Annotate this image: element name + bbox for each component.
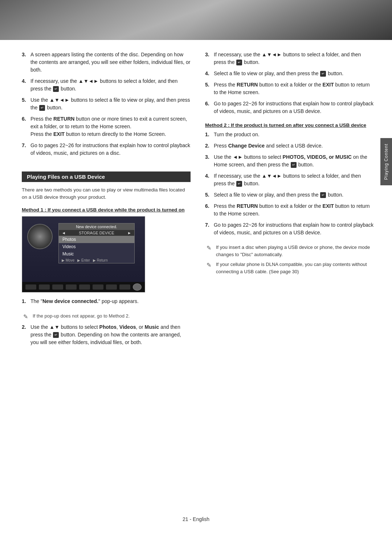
list-item: 2. Use the ▲▼ buttons to select Photos, … — [22, 323, 191, 346]
list-item: 3. If necessary, use the ▲▼◄► buttons to… — [205, 51, 374, 66]
popup-item-music: Music — [59, 250, 134, 258]
footer-lang: English — [193, 516, 209, 522]
list-item: 4. If necessary, use the ▲▼◄► buttons to… — [205, 172, 374, 187]
method2-heading: Method 2 : If the product is turned on a… — [205, 122, 374, 128]
screenshot-popup: New device connected. ◄ STORAGE DEVICE ►… — [58, 223, 135, 263]
note-dlna: ✎ If your cellular phone is DLNA compati… — [205, 261, 374, 275]
list-item: 6. Press the RETURN button one or more t… — [22, 115, 191, 138]
popup-storage: ◄ STORAGE DEVICE ► — [59, 230, 134, 236]
list-item: 5. Press the RETURN button to exit a fol… — [205, 81, 374, 96]
list-item: 3. A screen appears listing the contents… — [22, 51, 191, 74]
popup-title: New device connected. — [59, 223, 134, 230]
method1-list: 1. The "New device connected." pop-up ap… — [22, 298, 191, 305]
section-heading-usb: Playing Files on a USB Device — [22, 171, 191, 182]
list-item: 6. Go to pages 22~26 for instructions th… — [205, 100, 374, 115]
popup-item-photos: Photos — [59, 236, 134, 243]
list-item: 6. Press the RETURN button to exit a fol… — [205, 202, 374, 218]
note-popup: ✎ If the pop-up does not appear, go to M… — [22, 312, 191, 321]
right-column: 3. If necessary, use the ▲▼◄► buttons to… — [205, 51, 374, 354]
list-item: 1. The "New device connected." pop-up ap… — [22, 298, 191, 305]
popup-nav: ▶ Move ▶ Enter ▶ Return — [59, 258, 134, 263]
left-column: 3. A screen appears listing the contents… — [22, 51, 191, 354]
list-item: 3. Use the ◄► buttons to select PHOTOS, … — [205, 153, 374, 169]
list-item: 7. Go to pages 22~26 for instructions th… — [22, 142, 191, 157]
list-item: 5. Select a file to view or play, and th… — [205, 191, 374, 199]
list-item: 7. Go to pages 22~26 for instructions th… — [205, 221, 374, 237]
screenshot-bottom-bar — [22, 282, 145, 292]
list-item: 1. Turn the product on. — [205, 131, 374, 138]
list-item: 4. If necessary, use the ▲▼◄► buttons to… — [22, 77, 191, 93]
note-disc-mode: ✎ If you insert a disc when playing a US… — [205, 244, 374, 258]
method1-heading: Method 1 : If you connect a USB device w… — [22, 207, 191, 213]
popup-item-videos: Videos — [59, 243, 134, 250]
usb-intro: There are two methods you can use to pla… — [22, 186, 191, 201]
method1-list-cont: 2. Use the ▲▼ buttons to select Photos, … — [22, 323, 191, 346]
right-top-list: 3. If necessary, use the ▲▼◄► buttons to… — [205, 51, 374, 115]
page-number: 21 — [183, 516, 188, 522]
sidebar-playing-content-label: Playing Content — [380, 138, 392, 185]
footer-separator: - — [189, 516, 193, 522]
header-banner — [0, 0, 392, 40]
list-item: 5. Use the ▲▼◄► buttons to select a file… — [22, 96, 191, 112]
method2-list: 1. Turn the product on. 2. Press Change … — [205, 131, 374, 237]
left-top-list: 3. A screen appears listing the contents… — [22, 51, 191, 157]
list-item: 4. Select a file to view or play, and th… — [205, 70, 374, 77]
list-item: 2. Press Change Device and select a USB … — [205, 142, 374, 150]
usb-screenshot: New device connected. ◄ STORAGE DEVICE ►… — [22, 216, 145, 292]
footer: 21 - English — [0, 516, 392, 522]
